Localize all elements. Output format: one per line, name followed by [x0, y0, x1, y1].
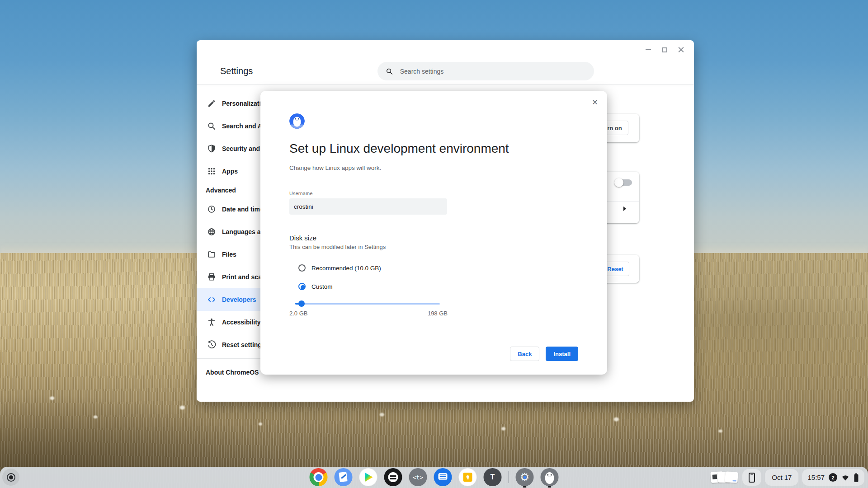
keep-app-icon[interactable]	[459, 468, 477, 486]
accessibility-icon	[207, 318, 216, 327]
apps-grid-icon	[207, 167, 216, 176]
slider-min-label: 2.0 GB	[289, 310, 307, 317]
slider-max-label: 198 GB	[428, 310, 448, 317]
slider-range-labels: 2.0 GB 198 GB	[289, 310, 448, 317]
search-icon	[386, 67, 393, 75]
shelf-separator	[509, 471, 509, 483]
minimize-button[interactable]	[643, 45, 653, 55]
disk-size-title: Disk size	[289, 234, 316, 242]
dialog-title: Set up Linux development environment	[289, 141, 509, 156]
clock-label: 15:57	[807, 474, 825, 481]
settings-window: Settings Personalization Search and Assi…	[197, 40, 694, 402]
shelf-app-row: <t> T ⚙	[310, 468, 559, 486]
disk-size-subtitle: This can be modified later in Settings	[289, 244, 386, 250]
settings-app-icon[interactable]: ⚙	[516, 468, 534, 486]
disk-size-slider[interactable]	[295, 300, 440, 307]
dialog-close-button[interactable]: ✕	[589, 96, 601, 108]
notes-app-icon[interactable]	[335, 468, 353, 486]
thumbnail-content	[733, 480, 736, 481]
linux-terminal-app-icon[interactable]	[541, 468, 559, 486]
slider-track[interactable]	[295, 303, 440, 305]
install-button[interactable]: Install	[546, 347, 578, 361]
play-triangle	[365, 473, 373, 482]
back-button[interactable]: Back	[510, 347, 539, 361]
penguin-icon	[541, 468, 559, 486]
sidebar-item-label: Date and time	[222, 206, 264, 213]
keep-bulb-stem	[467, 478, 468, 479]
clock-icon	[207, 205, 216, 214]
launcher-button[interactable]	[2, 469, 19, 486]
battery-icon	[854, 473, 859, 482]
line-1	[390, 475, 396, 477]
sidebar-item-label: Reset settings	[222, 341, 265, 348]
toggle-knob	[614, 178, 623, 187]
sidebar-item-label: Apps	[222, 168, 238, 175]
tote-holding-space[interactable]	[711, 469, 739, 486]
close-window-button[interactable]	[676, 45, 686, 55]
date-label: Oct 17	[772, 474, 792, 481]
pen-icon	[207, 99, 216, 108]
wifi-icon	[841, 474, 849, 481]
crostini-penguin-logo	[289, 113, 305, 129]
radio-option-recommended[interactable]: Recommended (10.0 GB)	[298, 264, 381, 272]
row-chevron-icon[interactable]	[623, 206, 626, 211]
sidebar-item-label: Developers	[222, 296, 256, 303]
system-tray[interactable]: 15:57 2	[802, 469, 864, 486]
dialog-subtitle: Change how Linux apps will work.	[289, 164, 381, 171]
chrome-blue-center	[315, 474, 322, 481]
reset-icon	[207, 340, 216, 349]
phone-icon	[747, 472, 756, 483]
radio-label: Recommended (10.0 GB)	[311, 265, 381, 272]
folder-icon	[207, 250, 216, 259]
phone-hub-button[interactable]	[742, 469, 761, 486]
play-store-icon[interactable]	[359, 468, 377, 486]
username-field[interactable]	[289, 198, 447, 215]
maximize-button[interactable]	[660, 45, 670, 55]
chat-bubble	[439, 473, 448, 480]
shelf: <t> T ⚙	[0, 467, 868, 488]
thumbnail-content	[712, 474, 717, 479]
code-icon	[207, 295, 216, 304]
shield-icon	[207, 144, 216, 153]
window-controls	[643, 45, 686, 55]
status-area: Oct 17 15:57 2	[711, 469, 864, 486]
disc-shape	[388, 472, 398, 482]
launcher-icon	[7, 473, 15, 482]
sidebar-item-label: Files	[222, 251, 236, 258]
search-input[interactable]	[400, 68, 586, 75]
running-indicator	[523, 486, 527, 488]
sidebar-item-label: Print and scan	[222, 273, 265, 281]
slider-thumb[interactable]	[298, 300, 305, 307]
launcher-dot	[9, 475, 13, 479]
page-title: Settings	[220, 66, 253, 76]
close-icon	[678, 47, 684, 53]
dark-circle-app-icon[interactable]	[384, 468, 402, 486]
radio-unselected-icon	[298, 264, 306, 272]
search-icon	[207, 122, 216, 131]
maximize-icon	[662, 47, 667, 52]
globe-icon	[207, 227, 216, 236]
notification-count-badge: 2	[829, 473, 837, 482]
radio-selected-icon	[298, 283, 306, 290]
sidebar-item-label: Accessibility	[222, 319, 261, 326]
settings-search-bar[interactable]	[377, 62, 594, 80]
t-app-icon[interactable]: T	[484, 468, 502, 486]
toggle-switch[interactable]	[616, 179, 632, 186]
radio-option-custom[interactable]: Custom	[298, 283, 333, 290]
running-indicator	[548, 486, 552, 488]
username-label: Username	[289, 191, 313, 196]
gear-center-dot	[523, 476, 526, 479]
linux-setup-dialog: ✕ Set up Linux development environment C…	[260, 91, 607, 375]
desktop: Settings Personalization Search and Assi…	[0, 0, 868, 488]
messages-app-icon[interactable]	[434, 468, 452, 486]
dialog-actions: Back Install	[510, 347, 578, 361]
line-2	[390, 478, 396, 479]
screenshot-thumbnail	[725, 471, 738, 483]
text-app-glyph: <t>	[413, 474, 423, 481]
calendar-date-button[interactable]: Oct 17	[765, 469, 798, 486]
t-app-glyph: T	[491, 473, 495, 481]
text-editor-app-icon[interactable]: <t>	[409, 468, 427, 486]
chrome-icon[interactable]	[310, 468, 328, 486]
minimize-icon	[646, 49, 651, 50]
radio-label: Custom	[311, 283, 333, 290]
